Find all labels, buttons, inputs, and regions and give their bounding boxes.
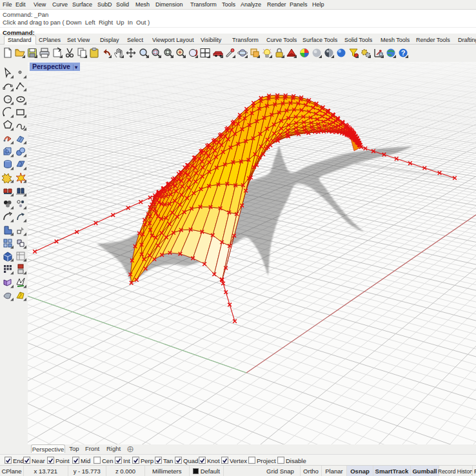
svg-text:?: ?	[401, 49, 406, 57]
